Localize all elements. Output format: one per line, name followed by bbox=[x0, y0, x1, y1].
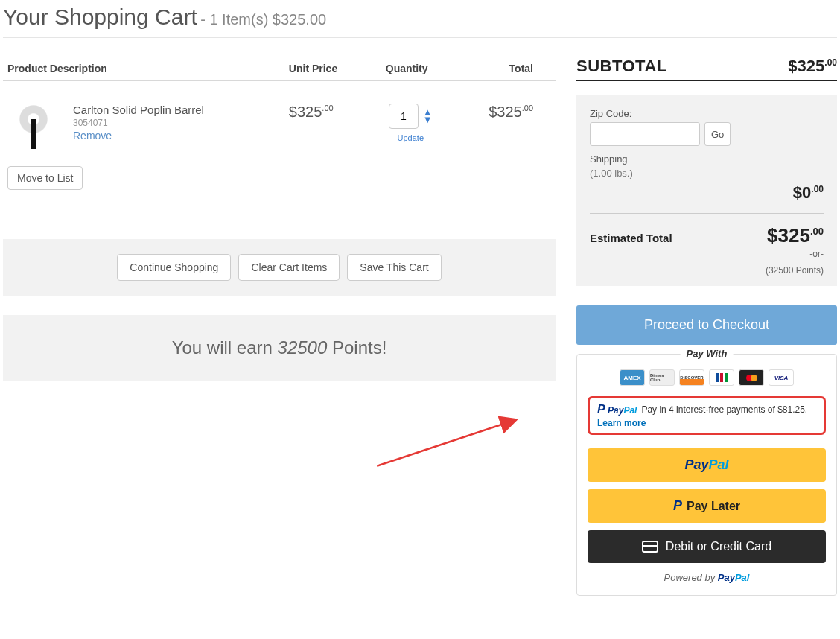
qty-down-icon[interactable]: ▼ bbox=[423, 116, 433, 124]
move-to-list-button[interactable]: Move to List bbox=[7, 166, 83, 190]
pay-later-button[interactable]: P Pay Later bbox=[588, 489, 826, 523]
clear-cart-button[interactable]: Clear Cart Items bbox=[238, 254, 340, 281]
update-link[interactable]: Update bbox=[398, 133, 424, 142]
proceed-checkout-button[interactable]: Proceed to Checkout bbox=[576, 305, 837, 345]
paypal-button[interactable]: PayPal bbox=[588, 448, 826, 482]
jcb-icon bbox=[709, 369, 734, 386]
earn-points-value: 32500 bbox=[278, 337, 328, 357]
product-sku: 3054071 bbox=[73, 118, 204, 128]
line-total: $325.00 bbox=[489, 104, 533, 120]
estimated-label: Estimated Total bbox=[590, 232, 672, 244]
shipping-cost: $0.00 bbox=[590, 183, 824, 203]
product-name[interactable]: Carlton Solid Poplin Barrel bbox=[73, 104, 204, 116]
pay-with-box: Pay With AMEX Diners Club DISCOVER VISA … bbox=[576, 354, 837, 596]
save-cart-button[interactable]: Save This Cart bbox=[347, 254, 441, 281]
continue-shopping-button[interactable]: Continue Shopping bbox=[117, 254, 231, 281]
cart-table: Product Description Unit Price Quantity … bbox=[3, 57, 556, 199]
points-equivalent: (32500 Points) bbox=[590, 265, 824, 276]
zip-input[interactable] bbox=[590, 122, 700, 146]
amex-icon: AMEX bbox=[620, 369, 645, 386]
diners-icon: Diners Club bbox=[649, 369, 675, 386]
zip-label: Zip Code: bbox=[590, 108, 824, 119]
mastercard-icon bbox=[739, 369, 764, 386]
subtotal-row: SUBTOTAL $325.00 bbox=[576, 57, 837, 81]
product-thumbnail[interactable] bbox=[7, 104, 60, 156]
paypal-logo-icon: P PayPal bbox=[597, 403, 637, 416]
visa-icon: VISA bbox=[769, 369, 794, 386]
subtotal-value: $325.00 bbox=[788, 57, 837, 76]
quantity-input[interactable] bbox=[389, 104, 419, 129]
paypal-pay-in-4-banner[interactable]: P PayPal Pay in 4 interest-free payments… bbox=[588, 396, 826, 435]
cart-meta: - 1 Item(s) $325.00 bbox=[200, 11, 326, 28]
estimated-total: $325.00 bbox=[767, 224, 824, 247]
col-unit-price: Unit Price bbox=[284, 57, 363, 81]
col-quantity: Quantity bbox=[363, 57, 458, 81]
go-button[interactable]: Go bbox=[704, 122, 731, 146]
pay-with-label: Pay With bbox=[681, 348, 734, 359]
unit-price: $325.00 bbox=[289, 104, 334, 120]
shipping-weight: (1.00 lbs.) bbox=[590, 168, 824, 179]
page-header: Your Shopping Cart - 1 Item(s) $325.00 bbox=[3, 0, 837, 38]
learn-more-link[interactable]: Learn more bbox=[597, 418, 816, 428]
card-icon bbox=[642, 541, 658, 553]
debit-credit-button[interactable]: Debit or Credit Card bbox=[588, 530, 826, 563]
card-logos: AMEX Diners Club DISCOVER VISA bbox=[588, 369, 826, 386]
paypal-msg-text: Pay in 4 interest-free payments of $81.2… bbox=[641, 404, 807, 415]
discover-icon: DISCOVER bbox=[679, 369, 704, 386]
shipping-label: Shipping bbox=[590, 153, 824, 165]
paypal-p-icon: P bbox=[673, 498, 682, 514]
col-description: Product Description bbox=[3, 57, 284, 81]
remove-link[interactable]: Remove bbox=[73, 130, 204, 142]
earn-points-box: You will earn 32500 Points! bbox=[3, 315, 556, 381]
page-title: Your Shopping Cart bbox=[3, 4, 197, 29]
subtotal-label: SUBTOTAL bbox=[576, 57, 667, 76]
or-text: -or- bbox=[590, 249, 824, 259]
col-total: Total bbox=[458, 57, 556, 81]
shipping-box: Zip Code: Go Shipping (1.00 lbs.) $0.00 … bbox=[576, 95, 837, 286]
powered-by-paypal: Powered by PayPal bbox=[588, 572, 826, 583]
cart-row: Carlton Solid Poplin Barrel 3054071 Remo… bbox=[3, 81, 556, 200]
cart-action-bar: Continue Shopping Clear Cart Items Save … bbox=[3, 239, 556, 296]
